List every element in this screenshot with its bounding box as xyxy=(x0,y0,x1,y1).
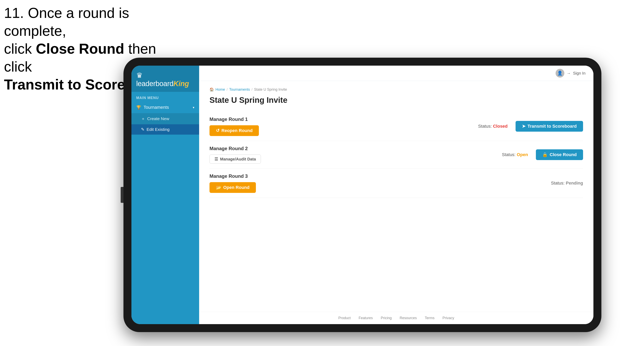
footer-link-features[interactable]: Features xyxy=(359,316,373,320)
round-1-status-value: Closed xyxy=(493,124,508,129)
manage-audit-label: Manage/Audit Data xyxy=(220,157,256,162)
sidebar: ♛ leaderboardKing MAIN MENU 🏆 Tournament… xyxy=(132,66,199,324)
open-round-button[interactable]: 📂 Open Round xyxy=(210,182,256,193)
round-1-status: Status: Closed xyxy=(478,124,508,129)
sign-in-icon: → xyxy=(567,71,571,76)
instruction-line1: 11. Once a round is complete, xyxy=(4,5,129,39)
home-icon: 🏠 xyxy=(210,87,214,92)
reopen-round-label: Reopen Round xyxy=(222,128,252,133)
sidebar-item-tournaments[interactable]: 🏆 Tournaments ▾ xyxy=(132,102,199,113)
main-content: 👤 → Sign In 🏠 Home / Tournaments / State xyxy=(199,66,594,324)
sign-in-area[interactable]: 👤 → Sign In xyxy=(556,69,586,78)
breadcrumb-tournaments[interactable]: Tournaments xyxy=(229,87,250,92)
create-new-label: Create New xyxy=(147,116,169,121)
footer-link-resources[interactable]: Resources xyxy=(400,316,417,320)
footer-link-privacy[interactable]: Privacy xyxy=(442,316,454,320)
page-title: State U Spring Invite xyxy=(210,96,583,105)
reopen-round-button[interactable]: ↺ Reopen Round xyxy=(210,125,259,136)
round-3-title: Manage Round 3 📂 Open Round xyxy=(210,173,256,193)
footer: Product Features Pricing Resources Terms… xyxy=(199,312,594,324)
open-icon: 📂 xyxy=(216,185,221,190)
close-icon: 🔒 xyxy=(542,152,548,157)
main-menu-label: MAIN MENU xyxy=(132,92,199,102)
round-1-label: Manage Round 1 xyxy=(210,117,248,122)
avatar: 👤 xyxy=(556,69,564,78)
open-round-label: Open Round xyxy=(223,185,250,190)
content-area: 🏠 Home / Tournaments / State U Spring In… xyxy=(199,81,594,312)
transmit-to-scoreboard-button[interactable]: ➤ Transmit to Scoreboard xyxy=(516,121,583,132)
reopen-icon: ↺ xyxy=(216,128,220,133)
app-layout: ♛ leaderboardKing MAIN MENU 🏆 Tournament… xyxy=(132,66,594,324)
round-2-right: Status: Open 🔒 Close Round xyxy=(502,149,583,160)
breadcrumb-sep1: / xyxy=(226,87,228,92)
logo-area: ♛ leaderboardKing xyxy=(132,66,199,92)
tablet-screen: ♛ leaderboardKing MAIN MENU 🏆 Tournament… xyxy=(132,66,594,324)
round-3-status: Status: Pending xyxy=(551,180,583,186)
instruction-bold1: Close Round xyxy=(36,41,124,57)
round-3-section: Manage Round 3 📂 Open Round Status: Pend… xyxy=(210,169,583,198)
sidebar-item-edit-existing[interactable]: ✎ Edit Existing xyxy=(132,124,199,135)
round-1-section: Manage Round 1 ↺ Reopen Round Status: Cl… xyxy=(210,112,583,141)
round-2-label: Manage Round 2 xyxy=(210,146,248,151)
chevron-down-icon: ▾ xyxy=(193,106,194,109)
footer-link-terms[interactable]: Terms xyxy=(425,316,434,320)
header-bar: 👤 → Sign In xyxy=(199,66,594,81)
audit-icon: ☰ xyxy=(214,157,218,162)
edit-existing-label: Edit Existing xyxy=(146,127,170,132)
close-round-button[interactable]: 🔒 Close Round xyxy=(536,149,583,160)
trophy-icon: 🏆 xyxy=(136,105,141,110)
sign-in-label: Sign In xyxy=(573,71,586,76)
tablet-side-button xyxy=(121,187,124,203)
transmit-icon: ➤ xyxy=(522,124,526,129)
round-1-title: Manage Round 1 ↺ Reopen Round xyxy=(210,117,259,136)
footer-link-pricing[interactable]: Pricing xyxy=(381,316,392,320)
tablet-device: ♛ leaderboardKing MAIN MENU 🏆 Tournament… xyxy=(124,58,602,332)
close-round-label: Close Round xyxy=(550,152,577,157)
sidebar-sub-menu: ＋ Create New ✎ Edit Existing xyxy=(132,113,199,135)
sidebar-item-create-new[interactable]: ＋ Create New xyxy=(132,113,199,124)
logo-crown: ♛ xyxy=(136,71,142,79)
edit-icon: ✎ xyxy=(141,127,144,132)
round-2-status-value: Open xyxy=(517,152,528,157)
transmit-label: Transmit to Scoreboard xyxy=(528,124,577,129)
plus-icon: ＋ xyxy=(141,116,145,122)
breadcrumb: 🏠 Home / Tournaments / State U Spring In… xyxy=(210,87,583,92)
round-3-status-value: Pending xyxy=(566,180,583,185)
breadcrumb-current: State U Spring Invite xyxy=(254,87,287,92)
footer-link-product[interactable]: Product xyxy=(338,316,351,320)
round-3-right: Status: Pending xyxy=(551,180,583,186)
sidebar-tournaments-label: Tournaments xyxy=(144,105,169,110)
logo-suffix: King xyxy=(174,80,189,88)
round-2-status: Status: Open xyxy=(502,152,528,157)
logo-prefix: leaderboard xyxy=(136,80,174,88)
round-2-title: Manage Round 2 ☰ Manage/Audit Data xyxy=(210,146,261,164)
breadcrumb-sep2: / xyxy=(252,87,252,92)
round-3-label: Manage Round 3 xyxy=(210,173,248,179)
round-2-section: Manage Round 2 ☰ Manage/Audit Data Statu… xyxy=(210,141,583,169)
manage-audit-data-button[interactable]: ☰ Manage/Audit Data xyxy=(210,155,261,164)
instruction-line2: click xyxy=(4,41,36,57)
breadcrumb-home[interactable]: Home xyxy=(216,87,225,92)
logo: ♛ leaderboardKing xyxy=(136,71,194,88)
round-1-right: Status: Closed ➤ Transmit to Scoreboard xyxy=(478,121,583,132)
